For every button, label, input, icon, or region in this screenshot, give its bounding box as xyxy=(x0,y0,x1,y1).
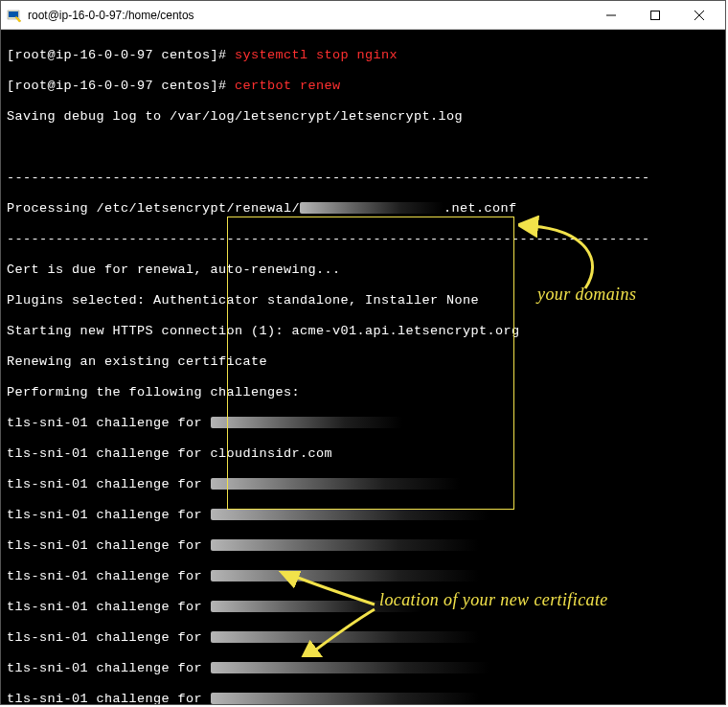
visible-domain: cloudinsidr.com xyxy=(211,446,333,461)
output-challenge: tls-sni-01 challenge for xyxy=(7,538,721,554)
redacted-domain xyxy=(211,601,421,612)
redacted-domain xyxy=(300,202,444,214)
output-challenge: tls-sni-01 challenge for cloudinsidr.com xyxy=(7,446,721,462)
output-challenge: tls-sni-01 challenge for xyxy=(7,692,721,704)
output-dashes: ----------------------------------------… xyxy=(7,171,721,186)
cmd-certbot-renew: certbot renew xyxy=(235,79,341,93)
redacted-domain xyxy=(211,509,489,520)
terminal-body[interactable]: [root@ip-16-0-0-97 centos]# systemctl st… xyxy=(1,30,725,704)
output-challenge: tls-sni-01 challenge for xyxy=(7,630,721,646)
svg-rect-1 xyxy=(9,11,18,17)
redacted-domain xyxy=(211,662,489,673)
redacted-domain xyxy=(211,417,402,428)
output-challenge: tls-sni-01 challenge for xyxy=(7,508,721,523)
prompt: [root@ip-16-0-0-97 centos]# xyxy=(7,48,227,62)
window-titlebar[interactable]: root@ip-16-0-0-97:/home/centos xyxy=(1,1,725,30)
output-processing: Processing /etc/letsencrypt/renewal/.net… xyxy=(7,201,721,217)
cmd-stop-nginx: systemctl stop nginx xyxy=(235,48,398,62)
output-challenge: tls-sni-01 challenge for xyxy=(7,600,721,615)
arrow-icon xyxy=(518,212,633,298)
terminal-window: root@ip-16-0-0-97:/home/centos [root@ip-… xyxy=(0,0,726,705)
output-dashes: ----------------------------------------… xyxy=(7,232,721,247)
output-plugins: Plugins selected: Authenticator standalo… xyxy=(7,293,721,308)
minimize-button[interactable] xyxy=(589,1,633,30)
output-https-conn: Starting new HTTPS connection (1): acme-… xyxy=(7,324,721,339)
maximize-button[interactable] xyxy=(633,1,677,30)
window-title: root@ip-16-0-0-97:/home/centos xyxy=(28,9,194,22)
output-challenge: tls-sni-01 challenge for xyxy=(7,477,721,492)
putty-icon xyxy=(7,8,22,23)
output-challenge: tls-sni-01 challenge for xyxy=(7,569,721,584)
close-button[interactable] xyxy=(677,1,721,30)
output-challenge: tls-sni-01 challenge for xyxy=(7,661,721,676)
redacted-domain xyxy=(211,478,460,490)
prompt: [root@ip-16-0-0-97 centos]# xyxy=(7,79,227,93)
redacted-domain xyxy=(211,570,479,582)
output-challenge: tls-sni-01 challenge for xyxy=(7,416,721,431)
redacted-domain xyxy=(211,693,479,704)
svg-rect-2 xyxy=(651,11,660,19)
redacted-domain xyxy=(211,539,479,551)
output-cert-due: Cert is due for renewal, auto-renewing..… xyxy=(7,262,721,278)
output-performing: Performing the following challenges: xyxy=(7,385,721,400)
redacted-domain xyxy=(211,631,479,643)
output-renewing: Renewing an existing certificate xyxy=(7,354,721,370)
output-debug-log: Saving debug log to /var/log/letsencrypt… xyxy=(7,109,721,125)
